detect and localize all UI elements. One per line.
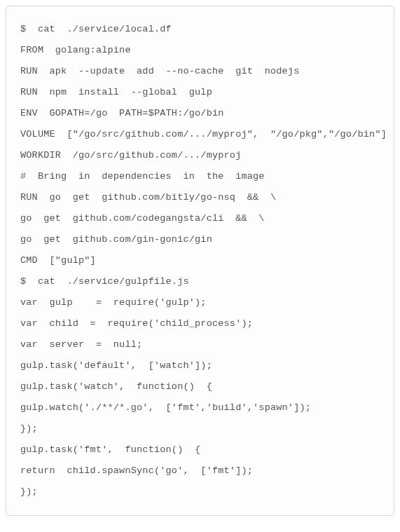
code-line: var gulp = require('gulp');: [20, 292, 394, 313]
code-line: gulp.watch('./**/*.go', ['fmt','build','…: [20, 397, 394, 418]
code-line: RUN npm install --global gulp: [20, 82, 394, 103]
code-line: gulp.task('fmt', function() {: [20, 439, 394, 461]
code-line: FROM golang:alpine: [20, 40, 394, 61]
code-line: gulp.task('default', ['watch']);: [20, 355, 394, 376]
code-line: go get github.com/gin-gonic/gin: [20, 229, 394, 250]
code-line: ENV GOPATH=/go PATH=$PATH:/go/bin: [20, 103, 394, 124]
code-line: });: [20, 418, 394, 439]
code-line: CMD ["gulp"]: [20, 250, 394, 271]
code-line: gulp.task('watch', function() {: [20, 376, 394, 397]
code-line: });: [20, 482, 394, 503]
code-line: go get github.com/codegangsta/cli && \: [20, 208, 394, 229]
code-block: $ cat ./service/local.df FROM golang:alp…: [6, 6, 394, 516]
code-line: WORKDIR /go/src/github.com/.../myproj: [20, 145, 394, 166]
code-line: $ cat ./service/local.df: [20, 19, 394, 40]
code-line: RUN go get github.com/bitly/go-nsq && \: [20, 187, 394, 208]
code-line: var server = null;: [20, 334, 394, 355]
code-line: $ cat ./service/gulpfile.js: [20, 271, 394, 292]
code-line: var child = require('child_process');: [20, 313, 394, 334]
code-line: RUN apk --update add --no-cache git node…: [20, 61, 394, 82]
code-line: return child.spawnSync('go', ['fmt']);: [20, 461, 394, 482]
code-line: # Bring in dependencies in the image: [20, 166, 394, 187]
code-line: VOLUME ["/go/src/github.com/.../myproj",…: [20, 124, 394, 145]
